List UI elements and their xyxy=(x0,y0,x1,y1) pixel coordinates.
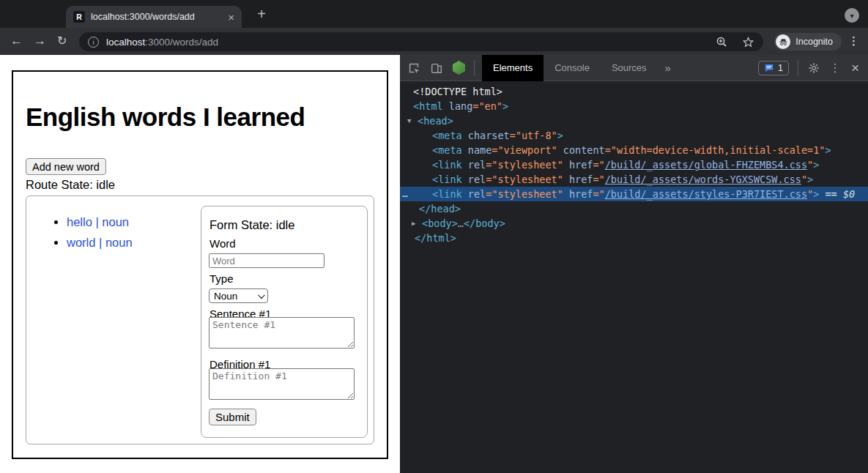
new-tab-button[interactable]: + xyxy=(252,4,271,23)
close-devtools-icon[interactable]: × xyxy=(851,61,859,75)
separator xyxy=(798,60,798,76)
line-gutter-dots[interactable]: … xyxy=(402,187,408,201)
list-item: world | noun xyxy=(67,236,133,250)
devtools-toolbar: Elements Console Sources » 1 ⋮ × xyxy=(400,55,868,81)
message-bubble-icon xyxy=(764,63,774,73)
close-window-button[interactable] xyxy=(11,11,21,21)
browser-toolbar: ← → ↻ i localhost:3000/words/add Incogni… xyxy=(0,28,868,55)
page-container: English words I learned Add new word Rou… xyxy=(12,70,388,459)
devtools-code-line[interactable]: <!DOCTYPE html> xyxy=(400,84,868,99)
tab-strip: R localhost:3000/words/add × + ▾ xyxy=(0,0,868,28)
tab-sources[interactable]: Sources xyxy=(601,55,658,81)
route-state-text: Route State: idle xyxy=(26,178,115,192)
devtools-code-line[interactable]: <html lang="en"> xyxy=(400,99,868,113)
inspect-element-icon[interactable] xyxy=(407,62,420,75)
minimize-window-button[interactable] xyxy=(26,11,35,21)
incognito-badge: Incognito xyxy=(774,33,842,51)
devtools-code-line[interactable]: </html> xyxy=(400,231,868,245)
message-count: 1 xyxy=(778,63,783,73)
browser-menu-icon[interactable]: ⋮ xyxy=(848,34,859,48)
browser-tab[interactable]: R localhost:3000/words/add × xyxy=(66,6,242,28)
separator xyxy=(474,60,475,76)
incognito-label: Incognito xyxy=(795,37,833,47)
chevron-down-icon xyxy=(258,291,265,299)
list-item: hello | noun xyxy=(67,215,133,229)
remix-favicon-icon: R xyxy=(73,11,85,23)
tab-elements[interactable]: Elements xyxy=(482,55,544,81)
type-label: Type xyxy=(209,272,234,285)
back-button[interactable]: ← xyxy=(10,34,23,48)
url-text: localhost:3000/words/add xyxy=(106,37,218,48)
incognito-icon xyxy=(776,34,790,49)
sentence-textarea[interactable] xyxy=(209,317,355,349)
page-title: English words I learned xyxy=(26,103,305,132)
reload-button[interactable]: ↻ xyxy=(57,34,67,48)
maximize-window-button[interactable] xyxy=(40,11,50,21)
word-link-world[interactable]: world | noun xyxy=(67,236,133,249)
settings-gear-icon[interactable] xyxy=(808,62,820,74)
add-new-word-button[interactable]: Add new word xyxy=(26,158,106,175)
address-bar[interactable]: i localhost:3000/words/add xyxy=(79,32,763,51)
add-word-form: Form State: idle Word Type Noun Sentence… xyxy=(201,206,368,438)
tab-console[interactable]: Console xyxy=(544,55,601,81)
device-toolbar-icon[interactable] xyxy=(430,62,443,75)
devtools-code: <!DOCTYPE html><html lang="en">▼<head><m… xyxy=(400,82,868,473)
site-info-icon[interactable]: i xyxy=(88,37,99,48)
words-panel: hello | noun world | noun Form State: id… xyxy=(26,195,374,444)
devtools-code-line[interactable]: …<link rel="stylesheet" href="/build/_as… xyxy=(400,187,868,201)
tab-close-icon[interactable]: × xyxy=(228,12,234,23)
bookmark-star-icon[interactable] xyxy=(742,36,754,48)
devtools-code-line[interactable]: </head> xyxy=(400,201,868,216)
console-messages-badge[interactable]: 1 xyxy=(758,61,789,75)
form-state-text: Form State: idle xyxy=(209,218,294,232)
devtools-code-line[interactable]: <link rel="stylesheet" href="/build/_ass… xyxy=(400,157,868,172)
expanded-arrow-icon[interactable]: ▼ xyxy=(407,117,411,124)
tab-title: localhost:3000/words/add xyxy=(91,12,222,22)
definition-textarea[interactable] xyxy=(209,368,355,400)
zoom-icon[interactable] xyxy=(716,36,727,48)
extension-hexagon-icon[interactable] xyxy=(453,61,465,75)
tab-search-button[interactable]: ▾ xyxy=(845,8,859,23)
forward-button[interactable]: → xyxy=(34,34,46,48)
word-link-hello[interactable]: hello | noun xyxy=(67,215,129,228)
type-select-value: Noun xyxy=(214,291,237,302)
page-viewport: English words I learned Add new word Rou… xyxy=(0,55,400,473)
devtools-panel: Elements Console Sources » 1 ⋮ × <!DOCTY… xyxy=(400,55,868,473)
devtools-code-line[interactable]: ▶<body>…</body> xyxy=(400,216,868,231)
browser-window: R localhost:3000/words/add × + ▾ ← → ↻ i… xyxy=(0,0,868,473)
devtools-menu-icon[interactable]: ⋮ xyxy=(829,61,841,75)
word-list: hello | noun world | noun xyxy=(53,215,133,256)
word-label: Word xyxy=(209,237,236,250)
more-tabs-icon[interactable]: » xyxy=(658,62,678,74)
devtools-code-line[interactable]: <link rel="stylesheet" href="/build/_ass… xyxy=(400,172,868,187)
devtools-code-line[interactable]: <meta name="viewport" content="width=dev… xyxy=(400,143,868,157)
devtools-code-line[interactable]: ▼<head> xyxy=(400,113,868,128)
devtools-code-line[interactable]: <meta charset="utf-8"> xyxy=(400,128,868,143)
word-input[interactable] xyxy=(209,253,324,268)
collapsed-arrow-icon[interactable]: ▶ xyxy=(412,220,415,227)
type-select[interactable]: Noun xyxy=(209,288,268,303)
submit-button[interactable]: Submit xyxy=(209,409,256,425)
